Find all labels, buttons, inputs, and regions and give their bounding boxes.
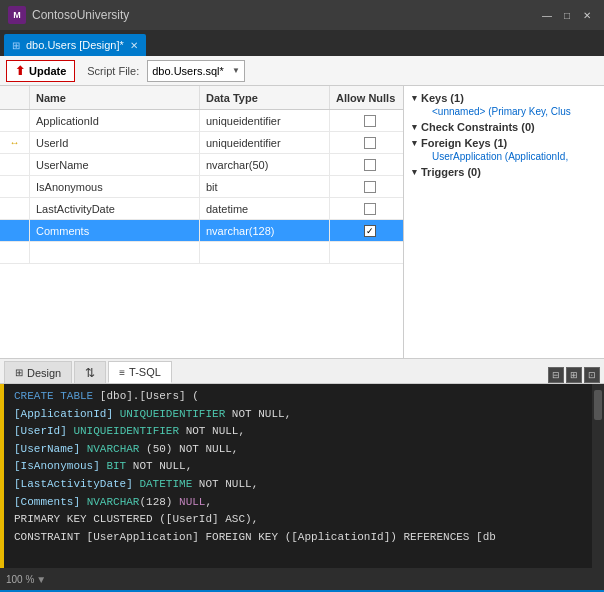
- property-section-header[interactable]: ▾Foreign Keys (1): [412, 137, 596, 149]
- property-section: ▾Triggers (0): [412, 166, 596, 178]
- tab-close-button[interactable]: ✕: [130, 40, 138, 51]
- script-file-value: dbo.Users.sql*: [152, 65, 224, 77]
- sql-token: NOT NULL,: [179, 425, 245, 437]
- sql-token: NOT NULL,: [192, 478, 258, 490]
- table-row[interactable]: ApplicationIduniqueidentifier: [0, 110, 403, 132]
- section-label: Keys (1): [421, 92, 464, 104]
- sql-line: PRIMARY KEY CLUSTERED ([UserId] ASC),: [14, 511, 586, 529]
- sql-line: [LastActivityDate] DATETIME NOT NULL,: [14, 476, 586, 494]
- property-section-header[interactable]: ▾Check Constraints (0): [412, 121, 596, 133]
- sql-editor: CREATE TABLE [dbo].[Users] ( [Applicatio…: [0, 384, 604, 568]
- sql-line: [Comments] NVARCHAR(128) NULL,: [14, 494, 586, 512]
- sql-token: NVARCHAR: [87, 443, 140, 455]
- sql-token: CONSTRAINT [UserApplication] FOREIGN KEY…: [14, 531, 496, 543]
- row-null-cell[interactable]: [330, 176, 404, 197]
- sql-line: [UserName] NVARCHAR (50) NOT NULL,: [14, 441, 586, 459]
- row-null-cell[interactable]: [330, 154, 404, 175]
- upload-icon: ⬆: [15, 64, 25, 78]
- tab-design[interactable]: ⊞ Design: [4, 361, 72, 383]
- property-section-header[interactable]: ▾Keys (1): [412, 92, 596, 104]
- property-item[interactable]: UserApplication (ApplicationId,: [432, 151, 596, 162]
- row-icon-cell: ↔: [0, 132, 30, 153]
- property-section: ▾Foreign Keys (1)UserApplication (Applic…: [412, 137, 596, 162]
- allow-null-checkbox[interactable]: [364, 137, 376, 149]
- table-row[interactable]: Commentsnvarchar(128): [0, 220, 403, 242]
- row-icon-cell: [0, 176, 30, 197]
- close-button[interactable]: ✕: [578, 6, 596, 24]
- table-row[interactable]: LastActivityDatedatetime: [0, 198, 403, 220]
- sql-token: (128): [139, 496, 179, 508]
- row-name-cell: ApplicationId: [30, 110, 200, 131]
- view-btn-2[interactable]: ⊞: [566, 367, 582, 383]
- app-title: ContosoUniversity: [32, 8, 538, 22]
- sql-token: NVARCHAR: [87, 496, 140, 508]
- table-row[interactable]: ↔UserIduniqueidentifier: [0, 132, 403, 154]
- tab-design-label: Design: [27, 367, 61, 379]
- table-row[interactable]: UserNamenvarchar(50): [0, 154, 403, 176]
- row-type-cell: [200, 242, 330, 263]
- property-item[interactable]: <unnamed> (Primary Key, Clus: [432, 106, 596, 117]
- allow-null-checkbox[interactable]: [364, 181, 376, 193]
- table-grid: Name Data Type Allow Nulls ApplicationId…: [0, 86, 404, 358]
- scroll-thumb[interactable]: [594, 390, 602, 420]
- sql-token: ,: [205, 496, 212, 508]
- sql-line: [ApplicationId] UNIQUEIDENTIFIER NOT NUL…: [14, 406, 586, 424]
- window-controls: — □ ✕: [538, 6, 596, 24]
- row-null-cell[interactable]: [330, 198, 404, 219]
- document-tab-bar: ⊞ dbo.Users [Design]* ✕: [0, 30, 604, 56]
- sql-token: UNIQUEIDENTIFIER: [73, 425, 179, 437]
- properties-panel: ▾Keys (1)<unnamed> (Primary Key, Clus▾Ch…: [404, 86, 604, 358]
- sql-token: BIT: [106, 460, 126, 472]
- section-arrow-icon: ▾: [412, 122, 417, 132]
- col-icon-header: [0, 86, 30, 109]
- allow-null-checkbox[interactable]: [364, 115, 376, 127]
- zoom-arrow[interactable]: ▼: [36, 574, 46, 585]
- script-file-dropdown[interactable]: dbo.Users.sql* ▼: [147, 60, 245, 82]
- sql-token: NOT NULL,: [225, 408, 291, 420]
- update-button[interactable]: ⬆ Update: [6, 60, 75, 82]
- row-icon-cell: [0, 110, 30, 131]
- sql-token: PRIMARY KEY CLUSTERED ([UserId] ASC),: [14, 513, 258, 525]
- allow-null-checkbox[interactable]: [364, 203, 376, 215]
- sql-token: [UserId]: [14, 425, 73, 437]
- main-content: Name Data Type Allow Nulls ApplicationId…: [0, 86, 604, 358]
- sql-line: CONSTRAINT [UserApplication] FOREIGN KEY…: [14, 529, 586, 547]
- document-tab[interactable]: ⊞ dbo.Users [Design]* ✕: [4, 34, 146, 56]
- sql-token: [IsAnonymous]: [14, 460, 106, 472]
- sql-token: NOT NULL,: [126, 460, 192, 472]
- view-btn-3[interactable]: ⊡: [584, 367, 600, 383]
- allow-null-checkbox[interactable]: [364, 159, 376, 171]
- row-icon-cell: [0, 242, 30, 263]
- row-name-cell: UserName: [30, 154, 200, 175]
- row-null-cell[interactable]: [330, 242, 404, 263]
- section-label: Triggers (0): [421, 166, 481, 178]
- row-null-cell[interactable]: [330, 220, 404, 241]
- script-file-label: Script File:: [87, 65, 139, 77]
- zoom-label: 100 %: [6, 574, 34, 585]
- allow-null-checkbox[interactable]: [364, 225, 376, 237]
- minimize-button[interactable]: —: [538, 6, 556, 24]
- props-body: ▾Keys (1)<unnamed> (Primary Key, Clus▾Ch…: [412, 92, 596, 178]
- sql-scrollbar[interactable]: [592, 384, 604, 568]
- property-section-header[interactable]: ▾Triggers (0): [412, 166, 596, 178]
- tab-separator[interactable]: ⇅: [74, 361, 106, 383]
- view-btn-1[interactable]: ⊟: [548, 367, 564, 383]
- table-icon: ⊞: [12, 40, 20, 51]
- grid-body: ApplicationIduniqueidentifier↔UserIduniq…: [0, 110, 403, 264]
- key-icon: ↔: [10, 137, 20, 148]
- tab-tsql[interactable]: ≡ T-SQL: [108, 361, 172, 383]
- property-section: ▾Check Constraints (0): [412, 121, 596, 133]
- row-null-cell[interactable]: [330, 110, 404, 131]
- app-icon: M: [8, 6, 26, 24]
- row-icon-cell: [0, 198, 30, 219]
- section-arrow-icon: ▾: [412, 167, 417, 177]
- row-icon-cell: [0, 154, 30, 175]
- tab-label: dbo.Users [Design]*: [26, 39, 124, 51]
- table-row[interactable]: [0, 242, 403, 264]
- row-null-cell[interactable]: [330, 132, 404, 153]
- sql-line: [UserId] UNIQUEIDENTIFIER NOT NULL,: [14, 423, 586, 441]
- row-type-cell: nvarchar(128): [200, 220, 330, 241]
- restore-button[interactable]: □: [558, 6, 576, 24]
- table-row[interactable]: IsAnonymousbit: [0, 176, 403, 198]
- sql-content[interactable]: CREATE TABLE [dbo].[Users] ( [Applicatio…: [8, 384, 592, 568]
